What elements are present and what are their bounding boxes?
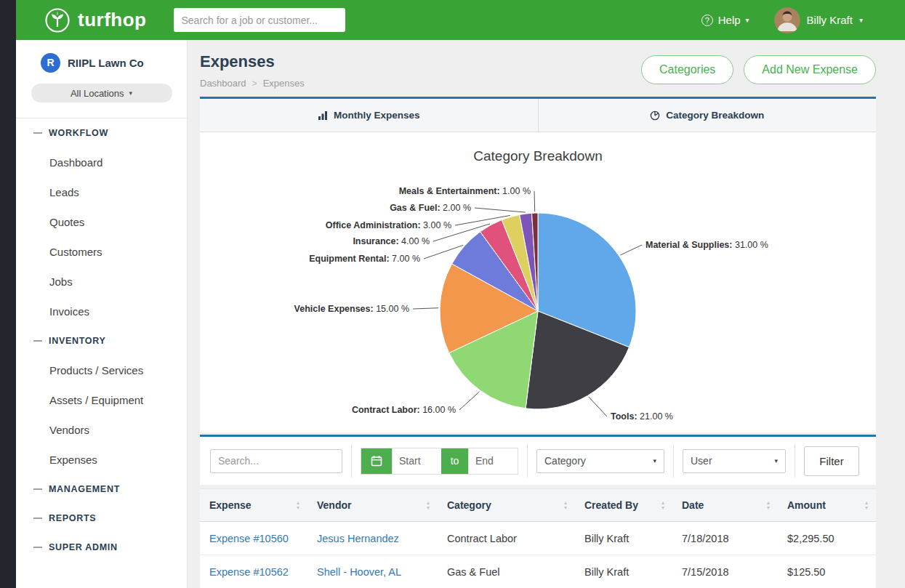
- chevron-down-icon: ▾: [746, 16, 749, 24]
- date-range-picker: to: [361, 448, 518, 475]
- column-header-label: Expense: [209, 499, 252, 511]
- pie-label-vehicle-expenses: Vehicle Expenses: 15.00 %: [294, 304, 409, 314]
- column-header-expense[interactable]: Expense▴▾: [200, 489, 307, 522]
- column-header-label: Amount: [787, 499, 826, 511]
- chart-tabs: Monthly Expenses Category Breakdown: [200, 97, 876, 132]
- location-selector[interactable]: All Locations ▾: [31, 84, 172, 102]
- help-label: Help: [718, 14, 741, 26]
- turfhop-leaf-icon: [44, 7, 71, 34]
- sidebar-section-header: SUPER ADMIN: [16, 533, 187, 562]
- category-select[interactable]: Category ▾: [536, 449, 664, 473]
- sidebar-item-vendors[interactable]: Vendors: [16, 415, 187, 445]
- location-selector-label: All Locations: [71, 88, 124, 99]
- table-search-input[interactable]: [210, 449, 342, 473]
- cell-created_by: Billy Kraft: [575, 522, 672, 555]
- cell-category: Gas & Fuel: [438, 555, 575, 588]
- column-header-vendor[interactable]: Vendor▴▾: [307, 489, 438, 522]
- dash-icon: [33, 517, 42, 519]
- cell-amount: $2,295.50: [778, 522, 876, 555]
- cell-expense[interactable]: Expense #10562: [200, 555, 307, 588]
- breadcrumb-separator-icon: >: [252, 78, 257, 89]
- cell-expense[interactable]: Expense #10560: [200, 522, 307, 555]
- cell-category: Contract Labor: [438, 522, 575, 555]
- sidebar-item-assets-equipment[interactable]: Assets / Equipment: [16, 385, 187, 415]
- pie-label-insurance: Insurance: 4.00 %: [353, 236, 430, 246]
- sidebar-section-label: REPORTS: [49, 513, 96, 523]
- chevron-down-icon: ▾: [859, 16, 863, 24]
- sort-icon[interactable]: ▴▾: [297, 500, 299, 510]
- filter-divider: [527, 444, 528, 478]
- user-select[interactable]: User ▾: [683, 449, 786, 473]
- sidebar-section-inventory: INVENTORYProducts / ServicesAssets / Equ…: [16, 326, 187, 475]
- page-actions: Categories Add New Expense: [641, 55, 876, 84]
- sort-icon[interactable]: ▴▾: [427, 500, 430, 510]
- bar-chart-icon: [318, 110, 328, 121]
- sort-icon[interactable]: ▴▾: [564, 500, 567, 510]
- global-search-input[interactable]: [174, 8, 345, 32]
- column-header-label: Created By: [584, 499, 638, 511]
- dash-icon: [33, 132, 42, 134]
- sidebar-section-label: WORKFLOW: [49, 128, 108, 138]
- user-name: Billy Kraft: [807, 14, 853, 26]
- calendar-icon: [371, 455, 382, 467]
- date-end-input[interactable]: [468, 448, 518, 474]
- expense-link[interactable]: Expense #10562: [209, 566, 289, 578]
- sidebar-item-customers[interactable]: Customers: [16, 237, 187, 267]
- sort-icon[interactable]: ▴▾: [661, 500, 664, 510]
- filter-bar: to Category ▾ User ▾ Filter: [200, 435, 876, 485]
- vendor-link[interactable]: Jesus Hernandez: [317, 533, 399, 544]
- avatar: [774, 7, 800, 33]
- company-header: R RIIPL Lawn Co: [16, 40, 187, 73]
- sidebar-item-invoices[interactable]: Invoices: [16, 297, 187, 326]
- chevron-down-icon: ▾: [774, 457, 778, 464]
- pie-label-gas-fuel: Gas & Fuel: 2.00 %: [390, 203, 471, 213]
- sidebar-item-expenses[interactable]: Expenses: [16, 445, 187, 475]
- sidebar-item-leads[interactable]: Leads: [16, 177, 187, 207]
- sidebar-section-header: INVENTORY: [16, 326, 187, 355]
- categories-button[interactable]: Categories: [641, 55, 733, 84]
- brand-name: turfhop: [78, 9, 146, 31]
- cell-date: 7/15/2018: [672, 555, 778, 588]
- calendar-button[interactable]: [361, 448, 392, 474]
- sidebar-item-dashboard[interactable]: Dashboard: [16, 148, 187, 177]
- table-row: Expense #10562Shell - Hoover, ALGas & Fu…: [200, 555, 876, 588]
- date-start-input[interactable]: [392, 448, 441, 474]
- tab-label: Monthly Expenses: [334, 110, 420, 121]
- brand-logo[interactable]: turfhop: [44, 7, 146, 34]
- add-new-expense-button[interactable]: Add New Expense: [744, 55, 876, 84]
- filter-button[interactable]: Filter: [804, 446, 859, 476]
- dash-icon: [33, 488, 42, 490]
- sort-icon[interactable]: ▴▾: [767, 500, 770, 510]
- sidebar-section-management: MANAGEMENT: [16, 475, 187, 504]
- column-header-amount[interactable]: Amount▴▾: [778, 489, 876, 522]
- tab-monthly-expenses[interactable]: Monthly Expenses: [200, 99, 539, 132]
- help-menu[interactable]: ? Help ▾: [701, 14, 749, 26]
- sidebar-item-products-services[interactable]: Products / Services: [16, 355, 187, 385]
- column-header-category[interactable]: Category▴▾: [438, 489, 575, 522]
- page-header: Expenses Dashboard > Expenses Categories…: [200, 52, 876, 89]
- sidebar-section-label: INVENTORY: [49, 336, 106, 346]
- cell-date: 7/18/2018: [672, 522, 778, 555]
- cell-vendor[interactable]: Jesus Hernandez: [307, 522, 438, 555]
- breadcrumb: Dashboard > Expenses: [200, 78, 305, 89]
- pie-chart: Material & Supplies: 31.00 %Tools: 21.00…: [200, 167, 876, 432]
- sidebar-section-super-admin: SUPER ADMIN: [16, 533, 187, 562]
- tab-category-breakdown[interactable]: Category Breakdown: [539, 99, 877, 132]
- filter-divider: [351, 444, 352, 478]
- vendor-link[interactable]: Shell - Hoover, AL: [317, 566, 401, 578]
- dash-icon: [33, 340, 42, 342]
- category-select-value: Category: [544, 455, 586, 467]
- column-header-created-by[interactable]: Created By▴▾: [575, 489, 672, 522]
- cell-vendor[interactable]: Shell - Hoover, AL: [307, 555, 438, 588]
- sidebar-item-jobs[interactable]: Jobs: [16, 267, 187, 297]
- pie-label-office-administration: Office Administration: 3.00 %: [326, 220, 451, 230]
- sidebar-item-quotes[interactable]: Quotes: [16, 207, 187, 237]
- sort-icon[interactable]: ▴▾: [865, 500, 868, 510]
- user-menu[interactable]: Billy Kraft ▾: [774, 7, 863, 33]
- pie-label-leader-line: [589, 397, 607, 416]
- column-header-date[interactable]: Date▴▾: [672, 489, 778, 522]
- pie-label-equipment-rental: Equipment Rental: 7.00 %: [309, 254, 420, 264]
- expense-link[interactable]: Expense #10560: [209, 533, 289, 544]
- filter-divider: [673, 444, 674, 478]
- breadcrumb-dashboard[interactable]: Dashboard: [200, 78, 246, 89]
